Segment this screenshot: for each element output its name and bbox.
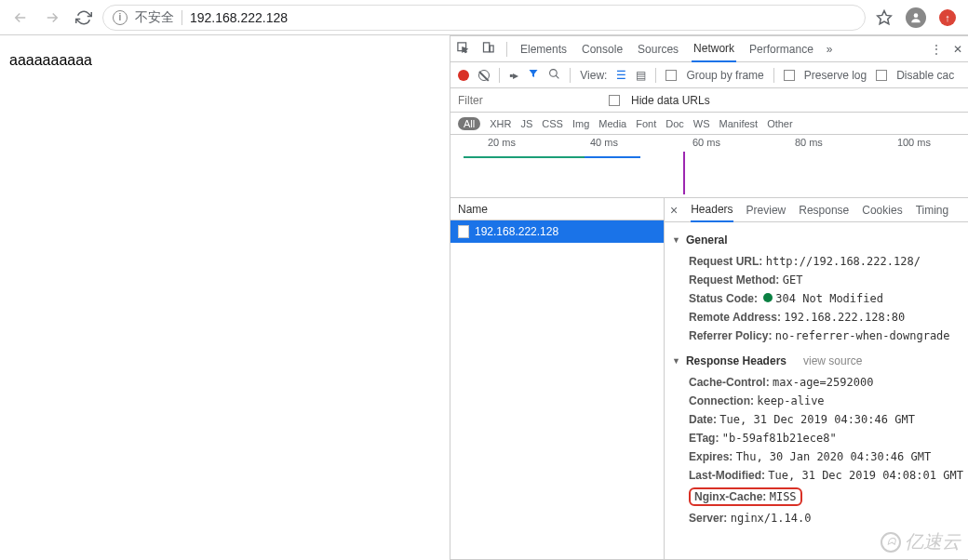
- detail-tabs: × Headers Preview Response Cookies Timin…: [665, 198, 968, 222]
- preserve-checkbox[interactable]: [784, 70, 795, 81]
- type-filters: All XHR JS CSS Img Media Font Doc WS Man…: [450, 113, 968, 135]
- devtools-close-icon[interactable]: ✕: [953, 43, 962, 56]
- watermark: ᗣ亿速云: [881, 529, 961, 554]
- type-other[interactable]: Other: [767, 118, 793, 129]
- close-details-icon[interactable]: ×: [670, 203, 678, 218]
- camera-icon[interactable]: ▪▸: [509, 69, 518, 82]
- dtab-preview[interactable]: Preview: [746, 199, 786, 221]
- disable-cache-checkbox[interactable]: [876, 70, 887, 81]
- request-name: 192.168.222.128: [475, 225, 558, 238]
- tab-performance[interactable]: Performance: [747, 37, 815, 61]
- more-tabs-icon[interactable]: »: [827, 43, 833, 56]
- filter-input[interactable]: [458, 94, 598, 107]
- filter-bar: Hide data URLs: [450, 88, 968, 113]
- dtab-response[interactable]: Response: [799, 199, 849, 221]
- tab-console[interactable]: Console: [580, 37, 625, 61]
- svg-point-1: [914, 13, 919, 18]
- tab-sources[interactable]: Sources: [636, 37, 680, 61]
- type-css[interactable]: CSS: [542, 118, 563, 129]
- request-details: × Headers Preview Response Cookies Timin…: [665, 198, 968, 559]
- disable-label: Disable cac: [896, 69, 954, 82]
- dtab-headers[interactable]: Headers: [691, 198, 733, 222]
- type-all[interactable]: All: [458, 117, 480, 130]
- list-header[interactable]: Name: [450, 198, 664, 220]
- svg-marker-0: [878, 10, 892, 23]
- type-manifest[interactable]: Manifest: [719, 118, 759, 129]
- svg-rect-4: [490, 46, 493, 52]
- view-label: View:: [580, 69, 607, 82]
- type-js[interactable]: JS: [520, 118, 532, 129]
- hide-urls-checkbox[interactable]: [609, 95, 620, 106]
- insecure-label: 不安全: [135, 9, 174, 26]
- search-icon[interactable]: [548, 68, 560, 83]
- type-font[interactable]: Font: [636, 118, 656, 129]
- url-text: 192.168.222.128: [190, 10, 288, 25]
- type-img[interactable]: Img: [572, 118, 589, 129]
- device-icon[interactable]: [481, 41, 495, 58]
- devtools-menu-icon[interactable]: ⋮: [931, 43, 942, 56]
- star-icon[interactable]: [871, 5, 897, 31]
- tab-network[interactable]: Network: [692, 36, 736, 62]
- dtab-cookies[interactable]: Cookies: [862, 199, 902, 221]
- back-button[interactable]: [7, 5, 34, 31]
- separator: [182, 10, 182, 25]
- view-detail-icon[interactable]: ▤: [636, 69, 646, 82]
- type-xhr[interactable]: XHR: [490, 118, 511, 129]
- devtools-panel: Elements Console Sources Network Perform…: [450, 35, 968, 560]
- document-icon: [458, 225, 469, 238]
- network-toolbar: ▪▸ View: ☰ ▤ Group by frame Preserve log…: [450, 62, 968, 88]
- address-bar[interactable]: i 不安全 192.168.222.128: [102, 5, 866, 31]
- record-button[interactable]: [458, 70, 469, 81]
- svg-point-5: [550, 69, 558, 76]
- filter-icon[interactable]: [528, 68, 539, 82]
- type-media[interactable]: Media: [598, 118, 626, 129]
- group-checkbox[interactable]: [666, 70, 677, 81]
- inspect-icon[interactable]: [456, 41, 470, 58]
- type-doc[interactable]: Doc: [666, 118, 684, 129]
- group-label: Group by frame: [686, 69, 763, 82]
- request-list: Name 192.168.222.128: [450, 198, 665, 559]
- network-timeline[interactable]: 20 ms 40 ms 60 ms 80 ms 100 ms: [450, 135, 968, 198]
- tab-elements[interactable]: Elements: [518, 37, 569, 61]
- dtab-timing[interactable]: Timing: [916, 199, 949, 221]
- page-content: aaaaaaaaaa: [0, 35, 450, 560]
- extension-icon[interactable]: ↑: [934, 5, 961, 31]
- devtools-tabs: Elements Console Sources Network Perform…: [450, 36, 968, 62]
- profile-icon[interactable]: [903, 5, 929, 31]
- view-list-icon[interactable]: ☰: [616, 69, 626, 82]
- type-ws[interactable]: WS: [693, 118, 710, 129]
- svg-rect-3: [484, 42, 490, 51]
- info-icon[interactable]: i: [113, 10, 128, 25]
- clear-button[interactable]: [478, 70, 490, 81]
- forward-button[interactable]: [39, 5, 65, 31]
- preserve-label: Preserve log: [804, 69, 867, 82]
- request-row[interactable]: 192.168.222.128: [450, 220, 664, 243]
- hide-urls-label: Hide data URLs: [631, 94, 710, 107]
- reload-button[interactable]: [71, 5, 97, 31]
- browser-toolbar: i 不安全 192.168.222.128 ↑: [0, 0, 968, 35]
